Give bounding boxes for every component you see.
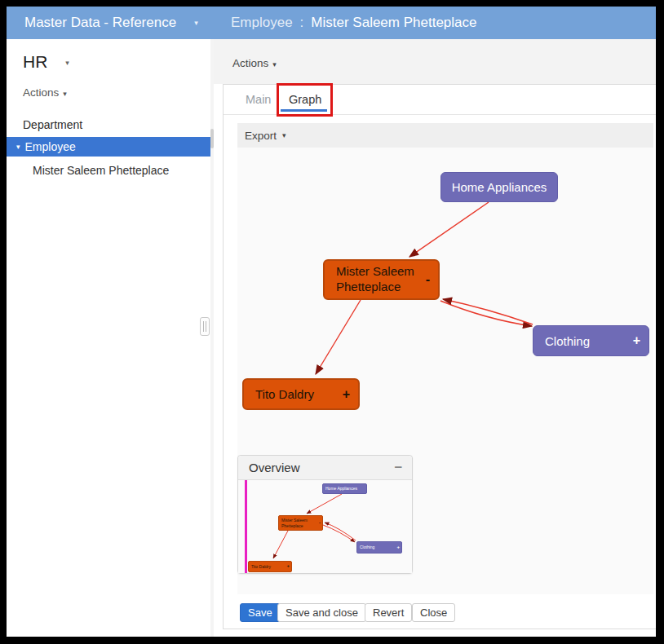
minimize-icon[interactable]: – bbox=[395, 459, 402, 475]
minimap-node-home-appliances: Home Appliances bbox=[322, 483, 367, 494]
minimap-node-badge: + bbox=[286, 563, 290, 570]
graph-node-tito-daldry[interactable]: Tito Daldry + bbox=[242, 378, 360, 410]
active-tab-underline bbox=[281, 109, 327, 112]
minimap-node-label: Mister Saleem Phetteplace bbox=[281, 518, 314, 528]
chevron-down-icon: ▾ bbox=[272, 60, 277, 68]
collapse-badge[interactable]: - bbox=[426, 271, 430, 288]
sidebar-item-department[interactable]: Department bbox=[23, 118, 82, 131]
minimap-edges bbox=[238, 480, 412, 573]
app-window: Master Data - Reference ▾ Employee : Mis… bbox=[7, 7, 656, 637]
minimap-node-label: Home Appliances bbox=[325, 486, 357, 491]
overview-panel: Overview – Home Appliances Mis bbox=[237, 455, 413, 574]
tab-bar: Main Graph bbox=[224, 85, 656, 115]
sidebar-item-employee[interactable]: ▾ Employee bbox=[7, 137, 210, 157]
breadcrumb-separator: : bbox=[300, 15, 304, 31]
app-title-dropdown[interactable]: Master Data - Reference ▾ bbox=[24, 15, 198, 31]
graph-node-mister-saleem-phetteplace[interactable]: Mister Saleem Phetteplace - bbox=[323, 259, 440, 300]
node-label: Mister Saleem Phetteplace bbox=[336, 264, 421, 295]
graph-canvas[interactable]: Home Appliances Mister Saleem Phetteplac… bbox=[237, 148, 653, 594]
sidebar: HR▾ Actions▾ Department ▾ Employee Miste… bbox=[7, 39, 210, 637]
main-actions-menu[interactable]: Actions▾ bbox=[232, 57, 277, 69]
chevron-down-icon: ▾ bbox=[65, 59, 69, 67]
minimap-node-badge: + bbox=[396, 545, 400, 551]
tab-main[interactable]: Main bbox=[246, 85, 271, 115]
main-actions-strip bbox=[214, 39, 656, 84]
expand-badge[interactable]: + bbox=[343, 387, 350, 402]
minimap-node-label: Tito Daldry bbox=[251, 564, 271, 569]
minimap-node-mister-saleem-phetteplace: Mister Saleem Phetteplace - bbox=[278, 515, 323, 531]
entity-name-label: Mister Saleem Phetteplace bbox=[311, 15, 476, 31]
close-button[interactable]: Close bbox=[412, 603, 455, 622]
node-label: Home Appliances bbox=[452, 180, 547, 194]
main-actions-label: Actions bbox=[232, 57, 268, 69]
export-label: Export bbox=[245, 130, 277, 142]
sidebar-item-label: Employee bbox=[25, 140, 76, 153]
chevron-down-icon: ▾ bbox=[63, 90, 67, 98]
revert-button[interactable]: Revert bbox=[365, 603, 412, 622]
app-title: Master Data - Reference bbox=[24, 15, 176, 31]
domain-label: HR bbox=[23, 52, 47, 71]
tree-expand-icon[interactable]: ▾ bbox=[16, 143, 20, 151]
domain-selector[interactable]: HR▾ bbox=[23, 52, 69, 72]
save-and-close-button[interactable]: Save and close bbox=[277, 603, 366, 622]
minimap-node-tito-daldry: Tito Daldry + bbox=[248, 561, 292, 572]
save-button[interactable]: Save bbox=[240, 603, 281, 622]
entity-type-label: Employee bbox=[231, 15, 293, 31]
sidebar-actions-menu[interactable]: Actions▾ bbox=[23, 86, 67, 99]
minimap-node-clothing: Clothing + bbox=[356, 541, 402, 554]
top-header-bar: Master Data - Reference ▾ Employee : Mis… bbox=[7, 7, 656, 39]
breadcrumb: Employee : Mister Saleem Phetteplace bbox=[231, 15, 477, 31]
node-label: Clothing bbox=[545, 334, 590, 348]
graph-node-clothing[interactable]: Clothing + bbox=[533, 325, 649, 356]
minimap-node-label: Clothing bbox=[360, 545, 374, 549]
overview-title: Overview bbox=[249, 461, 300, 474]
minimap-node-badge: - bbox=[319, 520, 321, 527]
node-label: Tito Daldry bbox=[255, 387, 314, 401]
graph-node-home-appliances[interactable]: Home Appliances bbox=[440, 172, 558, 202]
overview-header[interactable]: Overview – bbox=[238, 456, 412, 480]
export-menu[interactable]: Export ▾ bbox=[237, 123, 653, 148]
pane-scrollbar-thumb[interactable] bbox=[210, 129, 214, 148]
sidebar-item-employee-record[interactable]: Mister Saleem Phetteplace bbox=[33, 164, 169, 177]
expand-badge[interactable]: + bbox=[633, 333, 640, 348]
splitter-grip[interactable] bbox=[200, 317, 210, 336]
overview-minimap[interactable]: Home Appliances Mister Saleem Phetteplac… bbox=[238, 480, 412, 573]
record-panel: Main Graph Export ▾ bbox=[223, 84, 656, 629]
sidebar-actions-label: Actions bbox=[23, 86, 59, 99]
chevron-down-icon: ▾ bbox=[282, 131, 286, 139]
chevron-down-icon: ▾ bbox=[184, 19, 198, 27]
